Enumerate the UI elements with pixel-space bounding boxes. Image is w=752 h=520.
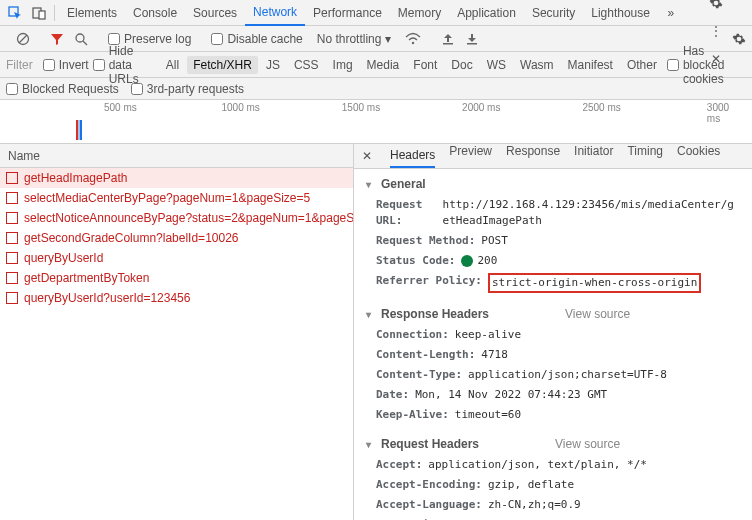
- request-row[interactable]: queryByUserId?userId=123456: [0, 288, 353, 308]
- tab-console[interactable]: Console: [125, 0, 185, 26]
- gear-icon[interactable]: [705, 0, 727, 14]
- value-status-code: 200: [461, 253, 497, 269]
- detail-tab-preview[interactable]: Preview: [449, 144, 492, 168]
- invert-checkbox[interactable]: Invert: [43, 58, 89, 72]
- view-source-link[interactable]: View source: [565, 307, 630, 321]
- throttling-select[interactable]: No throttling ▾: [313, 30, 395, 48]
- detail-tab-response[interactable]: Response: [506, 144, 560, 168]
- svg-rect-8: [443, 43, 453, 45]
- request-row[interactable]: queryByUserId: [0, 248, 353, 268]
- chip-css[interactable]: CSS: [288, 56, 325, 74]
- file-icon: [6, 272, 18, 284]
- file-icon: [6, 232, 18, 244]
- value-request-url: http://192.168.4.129:23456/mis/mediaCent…: [443, 197, 740, 229]
- timeline-tick: 3000 ms: [707, 102, 737, 124]
- label-request-url: Request URL:: [376, 197, 437, 229]
- has-blocked-cookies-checkbox[interactable]: Has blocked cookies: [667, 44, 746, 86]
- timeline-overview[interactable]: 500 ms1000 ms1500 ms2000 ms2500 ms3000 m…: [0, 100, 752, 144]
- more-tabs-icon[interactable]: »: [660, 2, 682, 24]
- detail-tab-initiator[interactable]: Initiator: [574, 144, 613, 168]
- request-name: queryByUserId?userId=123456: [24, 291, 190, 305]
- chip-manifest[interactable]: Manifest: [562, 56, 619, 74]
- request-row[interactable]: selectMediaCenterByPage?pageNum=1&pageSi…: [0, 188, 353, 208]
- tab-lighthouse[interactable]: Lighthouse: [583, 0, 658, 26]
- timeline-tick: 500 ms: [104, 102, 137, 113]
- request-row[interactable]: getSecondGradeColumn?labelId=10026: [0, 228, 353, 248]
- section-response-headers[interactable]: Response HeadersView source: [362, 303, 744, 325]
- header-key: Keep-Alive:: [376, 407, 449, 423]
- chip-other[interactable]: Other: [621, 56, 663, 74]
- third-party-checkbox[interactable]: 3rd-party requests: [131, 82, 244, 96]
- filter-input[interactable]: Filter: [6, 58, 33, 72]
- tab-performance[interactable]: Performance: [305, 0, 390, 26]
- timeline-request-bar: [76, 120, 82, 140]
- request-row[interactable]: selectNoticeAnnounceByPage?status=2&page…: [0, 208, 353, 228]
- label-status-code: Status Code:: [376, 253, 455, 269]
- type-filter-chips: AllFetch/XHRJSCSSImgMediaFontDocWSWasmMa…: [160, 56, 663, 74]
- detail-tab-timing[interactable]: Timing: [627, 144, 663, 168]
- close-details-icon[interactable]: ✕: [358, 149, 376, 163]
- chip-media[interactable]: Media: [361, 56, 406, 74]
- disable-cache-checkbox[interactable]: Disable cache: [211, 32, 302, 46]
- section-request-headers[interactable]: Request HeadersView source: [362, 433, 744, 455]
- timeline-tick: 2000 ms: [462, 102, 500, 113]
- clear-button[interactable]: [16, 32, 30, 46]
- detail-tab-headers[interactable]: Headers: [390, 148, 435, 168]
- kebab-menu-icon[interactable]: ⋮: [705, 20, 727, 42]
- timeline-tick: 1000 ms: [221, 102, 259, 113]
- request-name: selectMediaCenterByPage?pageNum=1&pageSi…: [24, 191, 310, 205]
- upload-icon[interactable]: [441, 32, 455, 46]
- header-key: Connection:: [376, 327, 449, 343]
- wifi-icon[interactable]: [405, 32, 421, 46]
- request-name: getDepartmentByToken: [24, 271, 149, 285]
- header-key: Accept-Encoding:: [376, 477, 482, 493]
- timeline-tick: 2500 ms: [582, 102, 620, 113]
- header-value: timeout=60: [455, 407, 521, 423]
- tab-sources[interactable]: Sources: [185, 0, 245, 26]
- chip-all[interactable]: All: [160, 56, 185, 74]
- tab-network[interactable]: Network: [245, 0, 305, 26]
- chip-font[interactable]: Font: [407, 56, 443, 74]
- header-key: Accept:: [376, 457, 422, 473]
- main-tabs: ElementsConsoleSourcesNetworkPerformance…: [59, 0, 658, 26]
- tab-elements[interactable]: Elements: [59, 0, 125, 26]
- filter-toggle-icon[interactable]: [50, 32, 64, 46]
- svg-line-4: [19, 35, 27, 43]
- blocked-requests-checkbox[interactable]: Blocked Requests: [6, 82, 119, 96]
- file-icon: [6, 212, 18, 224]
- svg-rect-9: [467, 43, 477, 45]
- filter-bar: Filter Invert Hide data URLs AllFetch/XH…: [0, 52, 752, 78]
- inspect-element-icon[interactable]: [4, 2, 26, 24]
- chip-doc[interactable]: Doc: [445, 56, 478, 74]
- svg-point-5: [76, 34, 84, 42]
- column-header-name[interactable]: Name: [0, 144, 353, 168]
- hide-data-urls-checkbox[interactable]: Hide data URLs: [93, 44, 156, 86]
- view-source-link[interactable]: View source: [555, 437, 620, 451]
- tab-memory[interactable]: Memory: [390, 0, 449, 26]
- tab-application[interactable]: Application: [449, 0, 524, 26]
- status-dot-icon: [461, 255, 473, 267]
- search-icon[interactable]: [74, 32, 88, 46]
- svg-point-7: [412, 41, 414, 43]
- device-toolbar-icon[interactable]: [28, 2, 50, 24]
- request-name: getSecondGradeColumn?labelId=10026: [24, 231, 239, 245]
- request-row[interactable]: getHeadImagePath: [0, 168, 353, 188]
- file-icon: [6, 252, 18, 264]
- tab-security[interactable]: Security: [524, 0, 583, 26]
- section-general[interactable]: General: [362, 173, 744, 195]
- devtools-toolbar: ElementsConsoleSourcesNetworkPerformance…: [0, 0, 752, 26]
- detail-tab-cookies[interactable]: Cookies: [677, 144, 720, 168]
- timeline-tick: 1500 ms: [342, 102, 380, 113]
- file-icon: [6, 292, 18, 304]
- chip-js[interactable]: JS: [260, 56, 286, 74]
- extra-filter-bar: Blocked Requests 3rd-party requests: [0, 78, 752, 100]
- request-row[interactable]: getDepartmentByToken: [0, 268, 353, 288]
- chip-ws[interactable]: WS: [481, 56, 512, 74]
- chip-fetch-xhr[interactable]: Fetch/XHR: [187, 56, 258, 74]
- chip-img[interactable]: Img: [327, 56, 359, 74]
- header-value: gzip, deflate: [488, 477, 574, 493]
- chip-wasm[interactable]: Wasm: [514, 56, 560, 74]
- header-value: Mon, 14 Nov 2022 07:44:23 GMT: [415, 387, 607, 403]
- download-icon[interactable]: [465, 32, 479, 46]
- svg-rect-2: [39, 11, 45, 19]
